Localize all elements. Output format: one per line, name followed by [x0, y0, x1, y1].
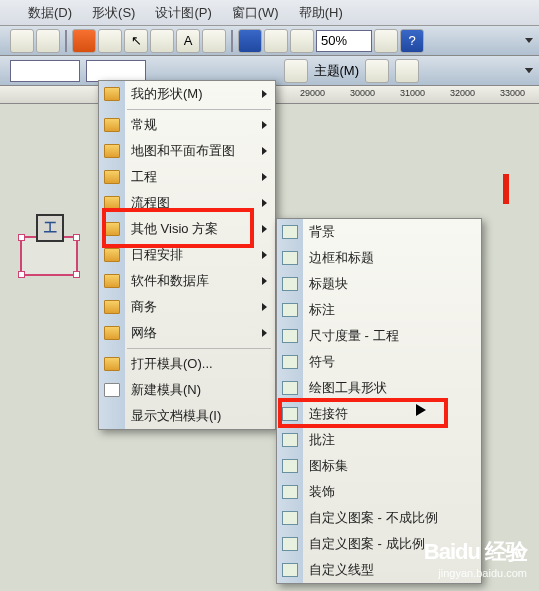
menu-view[interactable]: 设计图(P) — [147, 2, 219, 24]
menu-item-iconset[interactable]: 图标集 — [277, 453, 481, 479]
menu-item-map[interactable]: 地图和平面布置图 — [99, 138, 275, 164]
folder-icon — [104, 87, 120, 101]
menu-item-myshapes[interactable]: 我的形状(M) — [99, 81, 275, 107]
submenu-arrow-icon — [262, 277, 267, 285]
watermark: Baidu 经验 jingyan.baidu.com — [424, 537, 527, 579]
theme-icon[interactable] — [284, 59, 308, 83]
menu-item-callout[interactable]: 标注 — [277, 297, 481, 323]
menu-item-dimension[interactable]: 尺寸度量 - 工程 — [277, 323, 481, 349]
menu-item-network[interactable]: 网络 — [99, 320, 275, 346]
text-tool-icon[interactable]: A — [176, 29, 200, 53]
stencil-icon — [282, 407, 298, 421]
submenu-arrow-icon — [262, 251, 267, 259]
watermark-brand: Baidu 经验 — [424, 537, 527, 567]
menu-item-border-title[interactable]: 边框和标题 — [277, 245, 481, 271]
submenu-arrow-icon — [262, 225, 267, 233]
dropdown-icon — [525, 38, 533, 43]
menu-item-connector[interactable]: 连接符 — [277, 401, 481, 427]
menu-data[interactable]: 数据(D) — [20, 2, 80, 24]
folder-icon — [104, 326, 120, 340]
stencil-icon — [282, 433, 298, 447]
stencil-icon — [282, 277, 298, 291]
shapes-menu: 我的形状(M) 常规 地图和平面布置图 工程 流程图 其他 Visio 方案 日… — [98, 80, 276, 430]
submenu-arrow-icon — [262, 173, 267, 181]
tool-button[interactable] — [290, 29, 314, 53]
stencil-icon — [282, 225, 298, 239]
folder-icon — [104, 170, 120, 184]
menu-separator — [127, 348, 271, 349]
shape-i-beam[interactable]: 工 — [36, 214, 64, 242]
menu-item-title-block[interactable]: 标题块 — [277, 271, 481, 297]
stencil-icon — [282, 485, 298, 499]
folder-icon — [104, 118, 120, 132]
fill-color-icon[interactable] — [238, 29, 262, 53]
menu-item-flowchart[interactable]: 流程图 — [99, 190, 275, 216]
separator — [231, 30, 233, 52]
tool-button[interactable] — [36, 29, 60, 53]
menu-item-open-stencil[interactable]: 打开模具(O)... — [99, 351, 275, 377]
other-visio-submenu: 背景 边框和标题 标题块 标注 尺寸度量 - 工程 符号 绘图工具形状 连接符 … — [276, 218, 482, 584]
menu-item-drawing-tool[interactable]: 绘图工具形状 — [277, 375, 481, 401]
dropdown-icon — [525, 68, 533, 73]
tool-button[interactable] — [365, 59, 389, 83]
stencil-icon — [282, 459, 298, 473]
menu-item-other-visio[interactable]: 其他 Visio 方案 — [99, 216, 275, 242]
resize-handle[interactable] — [73, 234, 80, 241]
toolbar-main: ↖ A 50% ? — [0, 26, 539, 56]
tool-button[interactable] — [10, 29, 34, 53]
theme-label[interactable]: 主题(M) — [314, 62, 360, 80]
help-icon[interactable]: ? — [400, 29, 424, 53]
cursor-icon — [416, 404, 426, 416]
resize-handle[interactable] — [73, 271, 80, 278]
tool-button[interactable] — [264, 29, 288, 53]
selection-box[interactable] — [20, 236, 78, 276]
pointer-tool-icon[interactable]: ↖ — [124, 29, 148, 53]
menu-item-schedule[interactable]: 日程安排 — [99, 242, 275, 268]
menu-item-custom-pattern-unscaled[interactable]: 自定义图案 - 不成比例 — [277, 505, 481, 531]
menu-item-business[interactable]: 商务 — [99, 294, 275, 320]
connector-tool-icon[interactable] — [150, 29, 174, 53]
zoom-combo[interactable]: 50% — [316, 30, 372, 52]
menu-item-decoration[interactable]: 装饰 — [277, 479, 481, 505]
stencil-icon — [282, 329, 298, 343]
folder-icon — [104, 248, 120, 262]
folder-icon — [104, 300, 120, 314]
menu-item-normal[interactable]: 常规 — [99, 112, 275, 138]
menu-item-software[interactable]: 软件和数据库 — [99, 268, 275, 294]
stencil-icon — [282, 381, 298, 395]
folder-open-icon — [104, 357, 120, 371]
tool-button[interactable] — [98, 29, 122, 53]
tool-button[interactable] — [72, 29, 96, 53]
document-icon — [104, 383, 120, 397]
resize-handle[interactable] — [18, 271, 25, 278]
menubar: 数据(D) 形状(S) 设计图(P) 窗口(W) 帮助(H) — [0, 0, 539, 26]
resize-handle[interactable] — [18, 234, 25, 241]
stencil-icon — [282, 563, 298, 577]
stencil-icon — [282, 355, 298, 369]
stencil-icon — [282, 537, 298, 551]
tool-button[interactable] — [202, 29, 226, 53]
separator — [65, 30, 67, 52]
submenu-arrow-icon — [262, 329, 267, 337]
size-combo[interactable] — [86, 60, 146, 82]
style-combo[interactable] — [10, 60, 80, 82]
submenu-arrow-icon — [262, 121, 267, 129]
menu-shape[interactable]: 形状(S) — [84, 2, 143, 24]
menu-item-background[interactable]: 背景 — [277, 219, 481, 245]
tool-button[interactable] — [374, 29, 398, 53]
menu-item-engineering[interactable]: 工程 — [99, 164, 275, 190]
menu-item-show-doc-stencil[interactable]: 显示文档模具(I) — [99, 403, 275, 429]
folder-icon — [104, 196, 120, 210]
menu-item-new-stencil[interactable]: 新建模具(N) — [99, 377, 275, 403]
menu-help[interactable]: 帮助(H) — [291, 2, 351, 24]
menu-item-annotation[interactable]: 批注 — [277, 427, 481, 453]
folder-icon — [104, 222, 120, 236]
stencil-icon — [282, 303, 298, 317]
stencil-icon — [282, 511, 298, 525]
menu-window[interactable]: 窗口(W) — [224, 2, 287, 24]
submenu-arrow-icon — [262, 147, 267, 155]
tool-button[interactable] — [395, 59, 419, 83]
menu-item-symbol[interactable]: 符号 — [277, 349, 481, 375]
folder-icon — [104, 144, 120, 158]
shape-marker — [503, 174, 509, 204]
